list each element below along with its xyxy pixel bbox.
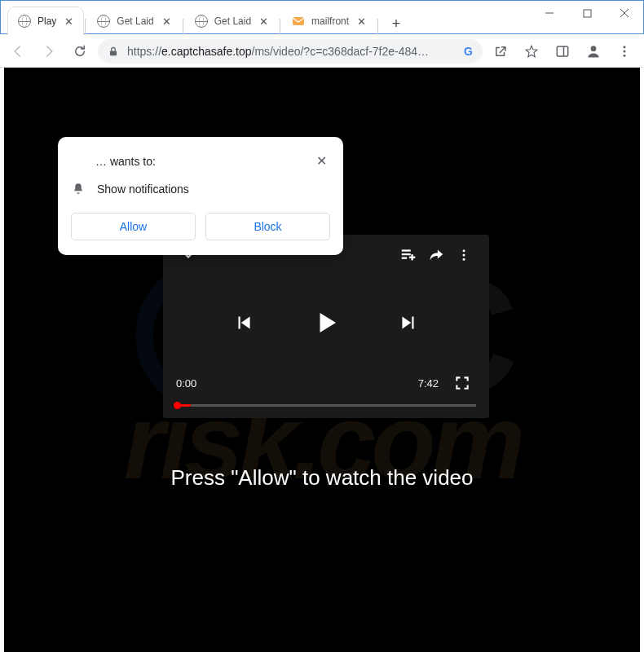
tab-title: Play (37, 15, 56, 27)
svg-rect-6 (557, 46, 568, 56)
player-time-row: 0:00 7:42 (163, 371, 489, 395)
fullscreen-icon[interactable] (448, 371, 476, 395)
svg-rect-5 (110, 51, 117, 55)
browser-tab[interactable]: Get Laid ✕ (185, 7, 278, 35)
tab-separator (183, 19, 183, 35)
tab-close-icon[interactable]: ✕ (355, 14, 368, 29)
svg-point-18 (463, 254, 465, 257)
current-time: 0:00 (176, 377, 196, 390)
globe-icon (195, 15, 208, 28)
tab-title: Get Laid (214, 15, 251, 27)
tab-strip: Play ✕ Get Laid ✕ Get Laid ✕ mailfront ✕… (8, 7, 562, 35)
tab-separator (280, 19, 280, 35)
sidepanel-button[interactable] (549, 38, 576, 64)
bookmark-button[interactable] (518, 38, 545, 64)
svg-point-17 (463, 249, 465, 252)
skip-previous-icon[interactable] (233, 312, 254, 333)
new-tab-button[interactable]: + (385, 12, 408, 35)
svg-point-9 (624, 46, 626, 48)
allow-button[interactable]: Allow (71, 213, 196, 240)
play-icon[interactable] (311, 308, 341, 337)
browser-toolbar: https:// e.captchasafe.top /ms/video/?c=… (0, 35, 644, 68)
google-icon[interactable]: G (464, 45, 473, 58)
tab-title: Get Laid (117, 15, 153, 27)
url-host: e.captchasafe.top (161, 45, 252, 58)
address-bar[interactable]: https:// e.captchasafe.top /ms/video/?c=… (98, 39, 483, 64)
svg-point-19 (463, 258, 465, 261)
page-content: PC risk.com (4, 68, 640, 652)
dialog-close-icon[interactable]: ✕ (313, 150, 330, 172)
nav-reload-button[interactable] (67, 38, 93, 64)
globe-icon (97, 15, 110, 28)
tab-separator (377, 19, 378, 35)
scam-caption: Press "Allow" to watch the video (4, 465, 640, 491)
duration: 7:42 (418, 377, 439, 390)
tab-title: mailfront (311, 15, 349, 27)
tab-close-icon[interactable]: ✕ (161, 14, 173, 29)
profile-button[interactable] (580, 38, 607, 64)
tab-close-icon[interactable]: ✕ (258, 14, 270, 29)
nav-back-button[interactable] (5, 38, 31, 64)
permission-text: Show notifications (97, 183, 189, 196)
browser-tab[interactable]: Play ✕ (8, 7, 83, 35)
svg-point-8 (591, 46, 597, 51)
tab-separator (85, 19, 86, 35)
window-close-button[interactable] (606, 1, 643, 25)
svg-point-10 (624, 50, 626, 52)
playlist-add-icon[interactable] (395, 243, 422, 267)
tab-close-icon[interactable]: ✕ (63, 14, 75, 29)
mail-icon (292, 15, 305, 28)
svg-rect-4 (293, 17, 304, 25)
nav-forward-button[interactable] (36, 38, 62, 64)
share-button[interactable] (487, 38, 514, 64)
url-path: /ms/video/?c=c368dacf-7f2e-484… (252, 45, 430, 58)
skip-next-icon[interactable] (398, 312, 419, 333)
dialog-title: … wants to: (71, 155, 313, 168)
window-maximize-button[interactable] (568, 1, 606, 25)
block-button[interactable]: Block (205, 213, 330, 240)
player-controls (163, 308, 489, 337)
svg-rect-1 (584, 10, 591, 17)
browser-tab[interactable]: Get Laid ✕ (87, 7, 180, 35)
lock-icon (108, 46, 119, 57)
progress-bar[interactable] (176, 404, 476, 407)
globe-icon (18, 15, 31, 28)
svg-point-11 (624, 54, 626, 56)
share-arrow-icon[interactable] (422, 243, 450, 267)
notification-permission-dialog: … wants to: ✕ Show notifications Allow B… (58, 137, 343, 255)
video-player[interactable]: 0:00 7:42 (163, 235, 489, 418)
url-protocol: https:// (127, 45, 161, 58)
browser-tab[interactable]: mailfront ✕ (282, 7, 376, 35)
more-vert-icon[interactable] (450, 243, 478, 267)
bell-icon (71, 182, 86, 196)
url-text: https:// e.captchasafe.top /ms/video/?c=… (127, 45, 429, 58)
chrome-menu-button[interactable] (611, 38, 637, 64)
